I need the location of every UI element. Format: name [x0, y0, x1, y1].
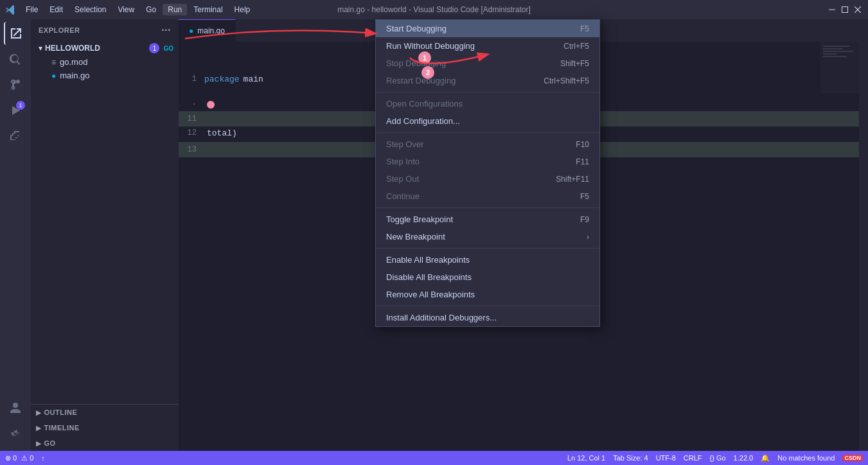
go-section[interactable]: ▶ GO	[31, 435, 179, 451]
breakpoint-indicator	[207, 101, 215, 109]
activity-bar: 1	[0, 19, 31, 451]
menu-open-configurations[interactable]: Open Configurations	[376, 95, 599, 112]
minimize-button[interactable]	[827, 4, 837, 15]
sidebar: EXPLORER ··· ▾ HELLOWORLD 1 GO ≡ go.mod …	[31, 19, 179, 451]
status-line-ending[interactable]: CRLF	[684, 454, 702, 462]
timeline-chevron-icon: ▶	[36, 425, 42, 432]
menu-edit[interactable]: Edit	[44, 4, 68, 15]
activity-extensions-icon[interactable]	[4, 125, 27, 148]
editor-minimap	[820, 42, 859, 93]
menu-separator-3	[376, 207, 599, 208]
status-sync[interactable]: ↑	[41, 454, 45, 462]
window-title: main.go - helloworld - Visual Studio Cod…	[337, 5, 531, 14]
chevron-down-icon: ▾	[39, 44, 42, 53]
file-go-mod[interactable]: ≡ go.mod	[31, 55, 179, 69]
status-errors[interactable]: ⊗ 0 ⚠ 0	[5, 454, 33, 462]
status-go-version[interactable]: 1.22.0	[734, 454, 754, 462]
menu-start-debugging[interactable]: Start Debugging F5	[376, 20, 599, 37]
menu-run-without-debugging[interactable]: Run Without Debugging Ctrl+F5	[376, 37, 599, 55]
status-right: Ln 12, Col 1 Tab Size: 4 UTF-8 CRLF {} G…	[567, 454, 863, 462]
debug-badge: 1	[16, 101, 25, 110]
sync-icon: ↑	[41, 454, 45, 462]
sidebar-bottom-panels: ▶ OUTLINE ▶ TIMELINE ▶ GO	[31, 404, 179, 451]
bell-icon: 🔔	[761, 454, 770, 462]
folder-badge: 1	[149, 43, 159, 53]
error-icon: ⊗	[5, 454, 11, 462]
status-notifications[interactable]: 🔔	[761, 454, 770, 462]
close-button[interactable]	[853, 4, 863, 15]
menu-step-into[interactable]: Step Into F11	[376, 153, 599, 170]
svg-rect-1	[842, 7, 848, 13]
titlebar: File Edit Selection View Go Run Terminal…	[0, 0, 868, 19]
explorer-title: EXPLORER ···	[31, 19, 179, 41]
menu-view[interactable]: View	[112, 4, 139, 15]
status-csdn: CSDN	[842, 455, 863, 461]
main-layout: 1 EXPLORER ···	[0, 19, 868, 451]
status-no-matches: No matches found	[777, 454, 835, 462]
editor-area: ● main.go 1 package main · 11	[179, 19, 868, 451]
activity-source-control-icon[interactable]	[4, 73, 27, 96]
activity-explorer-icon[interactable]	[4, 22, 27, 45]
status-language[interactable]: {} Go	[710, 454, 726, 462]
file-main-go[interactable]: ● main.go	[31, 69, 179, 82]
maximize-button[interactable]	[840, 4, 850, 15]
activity-run-debug-icon[interactable]: 1	[4, 99, 27, 122]
menu-restart-debugging[interactable]: Restart Debugging Ctrl+Shift+F5	[376, 72, 599, 89]
menu-separator-2	[376, 132, 599, 133]
menu-add-configuration[interactable]: Add Configuration...	[376, 112, 599, 130]
menu-install-debuggers[interactable]: Install Additional Debuggers...	[376, 309, 599, 326]
outline-chevron-icon: ▶	[36, 409, 42, 416]
activity-bar-bottom	[4, 397, 27, 451]
editor-scrollbar[interactable]	[859, 42, 868, 451]
menu-help[interactable]: Help	[229, 4, 256, 15]
folder-helloworld[interactable]: ▾ HELLOWORLD 1 GO	[31, 41, 179, 55]
menu-terminal[interactable]: Terminal	[188, 4, 227, 15]
warning-icon: ⚠	[21, 454, 28, 462]
vscode-logo-icon	[5, 4, 15, 15]
menu-selection[interactable]: Selection	[69, 4, 111, 15]
mod-file-icon: ≡	[51, 58, 56, 67]
go-badge: GO	[163, 45, 173, 52]
status-position[interactable]: Ln 12, Col 1	[567, 454, 605, 462]
menu-remove-breakpoints[interactable]: Remove All Breakpoints	[376, 286, 599, 303]
menu-step-over[interactable]: Step Over F10	[376, 136, 599, 153]
menu-file[interactable]: File	[21, 4, 43, 15]
menu-continue[interactable]: Continue F5	[376, 188, 599, 205]
outline-section[interactable]: ▶ OUTLINE	[31, 405, 179, 420]
menu-separator-4	[376, 248, 599, 249]
menu-disable-breakpoints[interactable]: Disable All Breakpoints	[376, 268, 599, 286]
run-menu-dropdown[interactable]: Start Debugging F5 Run Without Debugging…	[375, 19, 600, 327]
svg-rect-0	[829, 10, 835, 10]
go-chevron-icon: ▶	[36, 440, 42, 447]
menu-enable-breakpoints[interactable]: Enable All Breakpoints	[376, 251, 599, 268]
activity-settings-icon[interactable]	[4, 423, 27, 446]
menu-step-out[interactable]: Step Out Shift+F11	[376, 170, 599, 188]
file-tree: ▾ HELLOWORLD 1 GO ≡ go.mod ● main.go	[31, 41, 179, 404]
timeline-section[interactable]: ▶ TIMELINE	[31, 420, 179, 435]
activity-search-icon[interactable]	[4, 48, 27, 71]
tab-go-icon: ●	[189, 26, 193, 35]
tab-main-go[interactable]: ● main.go	[179, 19, 236, 42]
go-file-icon: ●	[51, 71, 56, 80]
status-tab-size[interactable]: Tab Size: 4	[613, 454, 648, 462]
status-left: ⊗ 0 ⚠ 0 ↑	[5, 454, 45, 462]
activity-account-icon[interactable]	[4, 397, 27, 420]
status-encoding[interactable]: UTF-8	[656, 454, 676, 462]
menu-separator-5	[376, 306, 599, 306]
menu-go[interactable]: Go	[141, 4, 161, 15]
status-bar: ⊗ 0 ⚠ 0 ↑ Ln 12, Col 1 Tab Size: 4 UTF-8…	[0, 451, 868, 465]
menu-separator-1	[376, 92, 599, 92]
window-controls	[827, 4, 863, 15]
menu-run[interactable]: Run	[163, 4, 187, 15]
menu-toggle-breakpoint[interactable]: Toggle Breakpoint F9	[376, 211, 599, 228]
menu-stop-debugging[interactable]: Stop Debugging Shift+F5	[376, 55, 599, 72]
menu-new-breakpoint[interactable]: New Breakpoint ›	[376, 228, 599, 245]
